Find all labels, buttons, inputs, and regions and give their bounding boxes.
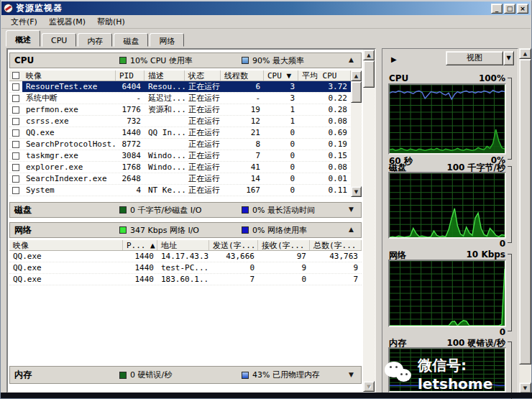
network-row[interactable]: QQ.exe1440183.60.1...707 bbox=[9, 274, 362, 285]
process-row[interactable]: csrss.exe732正在运行1210.08 bbox=[9, 116, 362, 127]
tab-memory[interactable]: 内存 bbox=[78, 33, 112, 47]
table-cell: 14 bbox=[221, 173, 264, 184]
cpu-collapse-icon[interactable]: ▲ bbox=[349, 56, 354, 63]
table-cell: 0 bbox=[264, 173, 298, 184]
process-row[interactable]: ResoureTest.exe6404Resou...正在运行633.72 bbox=[9, 81, 362, 93]
table-cell: 0.69 bbox=[298, 127, 351, 138]
row-checkbox[interactable] bbox=[9, 141, 22, 148]
tab-network[interactable]: 网络 bbox=[150, 33, 184, 47]
tab-strip: 概述 CPU 内存 磁盘 网络 bbox=[1, 29, 531, 47]
table-cell: 1768 bbox=[116, 162, 145, 173]
tab-cpu[interactable]: CPU bbox=[42, 33, 76, 47]
title-bar[interactable]: 资源监视器 _ □ × bbox=[1, 1, 531, 15]
table-cell: 1776 bbox=[116, 104, 145, 115]
scroll-down-icon[interactable]: ▼ bbox=[351, 186, 362, 197]
network-graph bbox=[388, 260, 506, 327]
menu-monitor[interactable]: 监视器(M) bbox=[44, 15, 91, 29]
cpu-table-header[interactable]: 映像PID描述状态线程数CPU ▼平均 CPU bbox=[9, 70, 362, 81]
process-row[interactable]: 系统中断-延迟过...正在运行-30.22 bbox=[9, 93, 362, 104]
menu-bar: 文件(F) 监视器(M) 帮助(H) bbox=[1, 15, 531, 29]
table-cell: QQ.exe bbox=[9, 274, 123, 285]
table-cell: 描述 bbox=[145, 70, 185, 81]
network-section-header[interactable]: 网络 347 Kbps 网络 I/O 0% 网络使用率 ▲ bbox=[9, 222, 362, 238]
disk-section-title: 磁盘 bbox=[14, 204, 108, 216]
row-checkbox[interactable] bbox=[9, 118, 22, 125]
table-cell: QQ In... bbox=[145, 127, 185, 138]
close-button[interactable]: × bbox=[517, 4, 528, 14]
overview-pane-scrollbar[interactable]: ▲ ▼ bbox=[363, 50, 375, 392]
row-checkbox[interactable] bbox=[9, 175, 22, 183]
menu-file[interactable]: 文件(F) bbox=[6, 15, 42, 29]
pane-expand-icon[interactable]: ▶ bbox=[391, 55, 397, 63]
menu-help[interactable]: 帮助(H) bbox=[92, 15, 130, 29]
maximize-button[interactable]: □ bbox=[504, 4, 515, 14]
network-graph-footer: 0 bbox=[389, 327, 505, 337]
network-table-header[interactable]: 映像P... ▲地址发送(字...接收(字...总数(字... bbox=[9, 240, 362, 251]
scroll-thumb[interactable] bbox=[519, 59, 531, 364]
graphs-pane-scrollbar[interactable]: ▲ ▼ bbox=[519, 48, 531, 393]
table-cell: 发送(字... bbox=[209, 240, 258, 250]
process-row[interactable]: System4NT Ke...正在运行16700.11 bbox=[9, 185, 362, 196]
network-row[interactable]: QQ.exe1440test-PC....099 bbox=[9, 262, 362, 274]
memory-expand-icon[interactable]: ▼ bbox=[349, 371, 354, 378]
tab-overview[interactable]: 概述 bbox=[6, 30, 40, 47]
disk-expand-icon[interactable]: ▼ bbox=[349, 206, 354, 213]
table-cell: 97 bbox=[258, 251, 310, 262]
table-cell: 9 bbox=[310, 262, 362, 273]
row-checkbox[interactable] bbox=[9, 129, 22, 137]
network-io-swatch bbox=[119, 226, 127, 234]
process-row[interactable]: QQ.exe1440QQ In...正在运行2100.69 bbox=[9, 127, 362, 139]
table-cell: 14.17.43.31 bbox=[157, 251, 209, 262]
network-usage-swatch bbox=[242, 226, 249, 234]
scroll-up-icon[interactable]: ▲ bbox=[519, 48, 531, 59]
row-checkbox[interactable] bbox=[9, 152, 22, 160]
row-checkbox[interactable] bbox=[9, 187, 22, 194]
disk-graph bbox=[388, 172, 506, 239]
scroll-thumb[interactable] bbox=[351, 81, 362, 103]
table-cell: 总数(字... bbox=[310, 240, 362, 250]
table-cell: 正在运行 bbox=[185, 104, 221, 115]
scroll-up-icon[interactable]: ▲ bbox=[363, 50, 375, 60]
table-cell: ResoureTest.exe bbox=[22, 81, 116, 92]
views-button[interactable]: 视图 bbox=[446, 51, 503, 65]
process-row[interactable]: explorer.exe1768Windo...正在运行4100.08 bbox=[9, 162, 362, 173]
cpu-section-header[interactable]: CPU 10% CPU 使用率 90% 最大频率 ▲ bbox=[9, 52, 362, 68]
minimize-button[interactable]: _ bbox=[491, 4, 503, 14]
disk-io-legend: 0 千字节/秒磁盘 I/O bbox=[119, 205, 201, 216]
table-cell: 线程数 bbox=[221, 70, 264, 81]
scroll-up-icon[interactable]: ▲ bbox=[351, 70, 362, 81]
table-cell: QQ.exe bbox=[9, 262, 123, 273]
scroll-thumb[interactable] bbox=[363, 60, 375, 88]
table-cell: 正在运行 bbox=[185, 81, 221, 92]
process-row[interactable]: SearchProtocolHost...8772正在运行800.19 bbox=[9, 139, 362, 150]
disk-io-swatch bbox=[119, 206, 127, 214]
row-checkbox[interactable] bbox=[9, 83, 22, 91]
process-row[interactable]: SearchIndexer.exe2648正在运行1400.01 bbox=[9, 173, 362, 185]
tab-disk[interactable]: 磁盘 bbox=[114, 33, 148, 47]
row-checkbox[interactable] bbox=[9, 164, 22, 171]
scroll-down-icon[interactable]: ▼ bbox=[363, 381, 375, 392]
table-cell: 12 bbox=[221, 116, 264, 127]
network-usage-legend: 0% 网络使用率 bbox=[242, 225, 307, 236]
table-cell: 0.19 bbox=[298, 139, 351, 150]
table-cell: - bbox=[221, 93, 264, 104]
network-collapse-icon[interactable]: ▲ bbox=[349, 226, 354, 233]
table-cell: 0.08 bbox=[298, 116, 351, 127]
row-checkbox[interactable] bbox=[9, 106, 22, 114]
views-dropdown-icon[interactable]: ▼ bbox=[503, 51, 514, 65]
memory-section-header[interactable]: 内存 0 硬错误/秒 43% 已用物理内存 ▼ bbox=[9, 366, 362, 384]
process-row[interactable]: perfmon.exe1776资源和...正在运行1910.28 bbox=[9, 104, 362, 116]
table-cell: 延迟过... bbox=[145, 93, 185, 104]
table-cell: 1440 bbox=[123, 262, 157, 273]
table-cell: 接收(字... bbox=[258, 240, 310, 250]
network-row[interactable]: QQ.exe144014.17.43.3143,6669743,763 bbox=[9, 251, 362, 262]
select-all-checkbox[interactable] bbox=[9, 72, 22, 79]
row-checkbox[interactable] bbox=[9, 95, 22, 102]
cpu-graph-label: CPU100% bbox=[389, 73, 505, 83]
table-cell: 3 bbox=[264, 81, 298, 92]
process-row[interactable]: taskmgr.exe3084Windo...正在运行700.15 bbox=[9, 150, 362, 162]
disk-section-header[interactable]: 磁盘 0 千字节/秒磁盘 I/O 0% 最长活动时间 ▼ bbox=[9, 202, 362, 218]
table-cell: Windo... bbox=[145, 150, 185, 161]
cpu-table-scrollbar[interactable]: ▲ ▼ bbox=[351, 70, 362, 197]
memory-used-swatch bbox=[242, 372, 249, 379]
